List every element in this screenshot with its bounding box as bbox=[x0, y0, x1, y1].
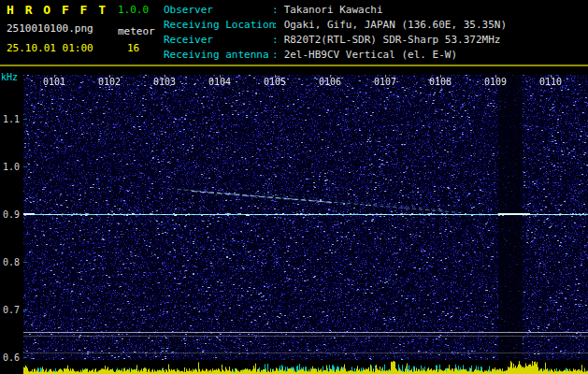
echo-count: 16 bbox=[127, 42, 139, 54]
x-axis-label: 0101 bbox=[40, 77, 68, 87]
info-row-receiver: Receiver:R820T2(RTL-SDR) SDR-Sharp 53.37… bbox=[164, 33, 507, 48]
observation-timestamp: 25.10.01 01:00 bbox=[7, 42, 93, 54]
x-axis-label: 0108 bbox=[426, 77, 454, 87]
app-title: H R O F F T bbox=[7, 3, 108, 17]
app-version: 1.0.0 bbox=[118, 4, 149, 16]
info-value: Takanori Kawachi bbox=[284, 4, 383, 16]
y-axis-label: 0.7 bbox=[3, 305, 20, 315]
info-row-antenna: Receiving antenna:2el-HB9CV Vertical (el… bbox=[164, 48, 507, 63]
x-axis-label: 0109 bbox=[481, 77, 509, 87]
info-label: Receiving antenna bbox=[164, 48, 272, 63]
amplitude-strip-canvas bbox=[23, 360, 588, 374]
hrofft-window: H R O F F T 1.0.0 2510010100.png meteor … bbox=[0, 0, 588, 374]
info-value: Ogaki, Gifu, JAPAN (136.60E, 35.35N) bbox=[284, 19, 507, 31]
info-value: 2el-HB9CV Vertical (el. E-W) bbox=[284, 49, 457, 61]
x-axis-label: 0102 bbox=[95, 77, 123, 87]
x-axis-label: 0106 bbox=[316, 77, 344, 87]
y-axis-label: 0.9 bbox=[3, 209, 20, 220]
info-value: R820T2(RTL-SDR) SDR-Sharp 53.372MHz bbox=[284, 34, 501, 46]
info-colon: : bbox=[272, 19, 279, 31]
x-axis-label: 0107 bbox=[371, 77, 399, 87]
info-row-location: Receiving Location:Ogaki, Gifu, JAPAN (1… bbox=[164, 18, 507, 33]
header-divider bbox=[0, 65, 588, 66]
info-label: Receiving Location bbox=[164, 18, 272, 33]
mode-label: meteor bbox=[118, 25, 155, 37]
info-row-observer: Observer:Takanori Kawachi bbox=[164, 3, 507, 18]
x-axis-label: 0103 bbox=[151, 77, 179, 87]
info-label: Observer bbox=[164, 3, 272, 18]
output-filename: 2510010100.png bbox=[7, 22, 93, 35]
info-colon: : bbox=[272, 4, 279, 16]
info-label: Receiver bbox=[164, 33, 272, 48]
info-colon: : bbox=[272, 34, 279, 46]
x-axis-label: 0104 bbox=[206, 77, 234, 87]
x-axis-label: 0105 bbox=[261, 77, 289, 87]
x-axis-label: 0110 bbox=[537, 77, 565, 87]
spectrogram-canvas bbox=[23, 75, 588, 360]
y-axis-unit: kHz bbox=[1, 72, 18, 82]
station-info: Observer:Takanori Kawachi Receiving Loca… bbox=[164, 3, 507, 63]
y-axis-label: 0.6 bbox=[3, 352, 20, 363]
y-axis-label: 1.0 bbox=[3, 162, 20, 172]
y-axis-label: 0.8 bbox=[3, 257, 20, 267]
y-axis-label: 1.1 bbox=[3, 114, 20, 124]
info-colon: : bbox=[272, 49, 279, 61]
